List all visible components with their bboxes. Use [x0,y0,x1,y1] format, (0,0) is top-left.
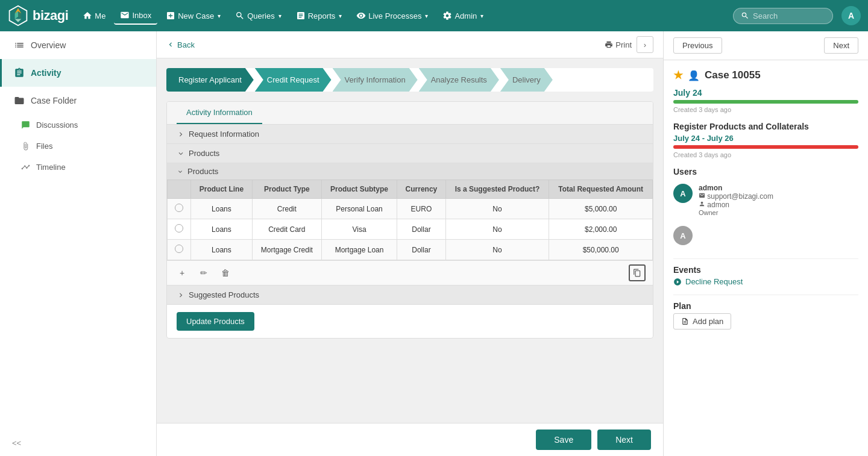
overview-label: Overview [31,40,66,50]
row-select-0[interactable] [168,199,191,219]
expand-button[interactable]: › [637,36,653,53]
table-row[interactable]: Loans Credit Card Visa Dollar No $2,000.… [168,219,653,240]
nav-item-live-processes[interactable]: Live Processes ▾ [350,7,434,24]
user-avatar[interactable]: A [841,6,861,25]
search-input[interactable] [753,11,825,20]
plan-title: Plan [673,301,858,311]
next-case-button[interactable]: Next [824,37,858,54]
process-step-delivery[interactable]: Delivery [500,68,553,92]
new-case-chevron: ▾ [218,13,221,19]
process-step-verify[interactable]: Verify Information [333,68,418,92]
queries-chevron: ▾ [278,13,281,19]
svg-marker-2 [15,11,18,19]
user-role-1: admon [699,201,773,209]
top-navigation: bizagi Me Inbox New Case ▾ Queries ▾ Rep… [0,0,868,31]
table-actions: + ✏ 🗑 [167,260,653,285]
save-button[interactable]: Save [536,429,591,450]
next-button[interactable]: Next [597,429,651,450]
timeline-label: Timeline [36,163,66,172]
row-select-2[interactable] [168,240,191,260]
activity-label: Activity [31,68,61,78]
section-request-info[interactable]: Request Information [167,125,653,144]
sidebar-item-overview[interactable]: Overview [0,31,156,59]
created-label-1: Created 3 days ago [673,106,858,113]
sidebar-collapse-button[interactable]: << [0,430,156,456]
add-plan-button[interactable]: Add plan [673,313,731,330]
section-products-header[interactable]: Products [167,144,653,163]
row-amount-2: $50,000.00 [549,240,653,260]
nav-item-inbox[interactable]: Inbox [114,7,157,25]
products-inner-header: Products [167,163,653,180]
process-step-register[interactable]: Register Applicant [166,68,254,92]
section-suggested-products[interactable]: Suggested Products [167,286,653,305]
edit-row-button[interactable]: ✏ [196,265,212,281]
logo[interactable]: bizagi [7,5,68,27]
decline-request-link[interactable]: Decline Request [673,277,858,286]
process-step-analyze[interactable]: Analyze Results [419,68,499,92]
nav-item-me[interactable]: Me [77,7,112,24]
col-select [168,180,191,199]
created-label-2: Created 3 days ago [673,151,858,158]
user-name-1: admon [699,184,773,192]
col-amount: Total Requested Amount [549,180,653,199]
user-avatar-1: A [673,184,693,203]
col-product-line: Product Line [191,180,253,199]
row-line-2: Loans [191,240,253,260]
case-date-label: July 24 [673,88,858,98]
delete-row-button[interactable]: 🗑 [218,265,233,281]
update-products-button[interactable]: Update Products [177,312,254,331]
progress-green [673,100,858,104]
nav-item-queries[interactable]: Queries ▾ [229,7,288,24]
process-step-credit[interactable]: Credit Request [255,68,332,92]
products-section: Products Product Line Product Type Produ… [167,163,653,285]
form-tab-bar: Activity Information [167,102,653,125]
row-subtype-1: Visa [321,219,397,240]
panel-navigation: Previous Next [664,31,868,60]
bottom-bar: Save Next [157,423,663,456]
sidebar: Overview Activity Case Folder Discussion… [0,31,157,456]
previous-case-button[interactable]: Previous [673,37,722,54]
sidebar-item-files[interactable]: Files [0,136,156,157]
table-action-icons: + ✏ 🗑 [174,265,233,281]
row-select-1[interactable] [168,219,191,240]
tab-activity-information[interactable]: Activity Information [177,102,262,124]
user-info-1: admon support@bizagi.com admon Owner [699,184,773,216]
users-title: Users [673,167,858,176]
print-button[interactable]: Print [605,40,632,49]
sidebar-item-timeline[interactable]: Timeline [0,157,156,178]
table-row[interactable]: Loans Credit Personal Loan EURO No $5,00… [168,199,653,219]
row-currency-2: Dollar [397,240,445,260]
row-type-0: Credit [252,199,321,219]
row-currency-1: Dollar [397,219,445,240]
copy-button[interactable] [629,264,646,281]
case-title: ★ 👤 Case 10055 [673,69,858,82]
row-currency-0: EURO [397,199,445,219]
form-card: Activity Information Request Information… [166,101,653,339]
col-suggested: Is a Suggested Product? [445,180,549,199]
nav-item-reports[interactable]: Reports ▾ [290,7,348,24]
add-row-button[interactable]: + [174,265,190,281]
nav-item-admin[interactable]: Admin ▾ [436,7,489,24]
progress-red [673,145,858,149]
sidebar-item-discussions[interactable]: Discussions [0,114,156,136]
nav-item-new-case[interactable]: New Case ▾ [160,7,227,24]
sidebar-item-activity[interactable]: Activity [0,59,156,87]
star-icon[interactable]: ★ [673,69,683,82]
row-amount-0: $5,000.00 [549,199,653,219]
search-box[interactable] [733,8,833,24]
col-product-subtype: Product Subtype [321,180,397,199]
sidebar-item-case-folder[interactable]: Case Folder [0,87,156,114]
main-layout: Overview Activity Case Folder Discussion… [0,31,868,456]
user-avatar-2: A [673,226,693,245]
row-type-1: Credit Card [252,219,321,240]
live-processes-chevron: ▾ [425,13,428,19]
discussions-label: Discussions [36,120,78,130]
table-row[interactable]: Loans Mortgage Credit Mortgage Loan Doll… [168,240,653,260]
panel-body: ★ 👤 Case 10055 July 24 Created 3 days ag… [664,60,868,338]
row-subtype-0: Personal Loan [321,199,397,219]
users-section: Users A admon support@bizagi.com admon [673,167,858,250]
logo-text: bizagi [33,8,68,23]
back-button[interactable]: Back [166,40,195,49]
events-title: Events [673,265,858,275]
row-suggested-2: No [445,240,549,260]
